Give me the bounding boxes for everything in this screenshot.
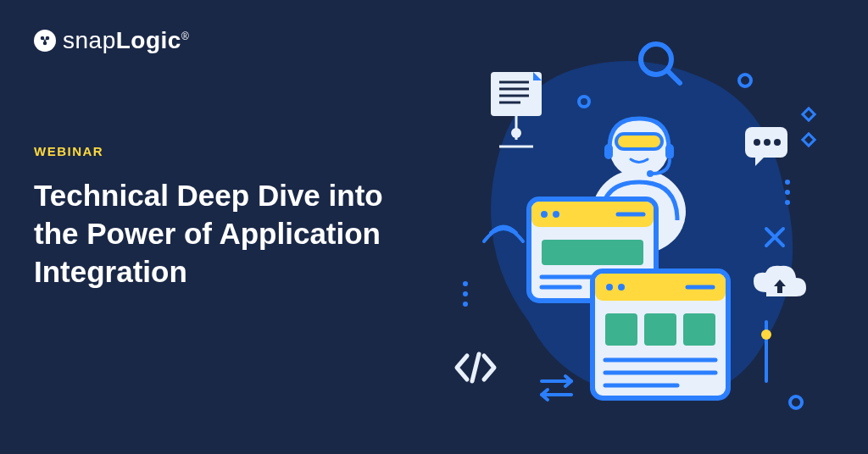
svg-point-25 [463,291,468,296]
svg-point-40 [541,211,548,218]
browser-window-icon [593,271,728,398]
svg-point-20 [785,190,790,195]
eyebrow-label: WEBINAR [34,144,390,158]
svg-rect-51 [605,313,637,346]
logo-text: snapLogic® [63,27,189,54]
svg-point-19 [785,180,790,185]
brand-logo: snapLogic® [34,27,189,54]
svg-rect-52 [644,313,676,346]
logo-registered: ® [181,30,189,42]
svg-point-13 [511,128,521,138]
svg-point-26 [463,302,468,307]
content-block: WEBINAR Technical Deep Dive into the Pow… [34,144,390,291]
svg-rect-6 [803,134,815,146]
logo-prefix: snap [63,27,116,53]
svg-point-31 [761,329,771,340]
svg-point-21 [785,200,790,205]
svg-rect-43 [542,240,643,265]
logo-icon [34,30,56,52]
svg-point-37 [647,170,654,177]
svg-rect-34 [616,134,662,149]
svg-point-49 [618,284,625,291]
svg-rect-35 [604,144,613,159]
logo-suffix: Logic [116,27,181,53]
svg-point-18 [774,139,781,146]
svg-rect-53 [683,313,715,346]
arrows-icon [542,376,571,400]
svg-point-24 [463,281,468,286]
svg-rect-5 [803,108,815,120]
svg-point-16 [754,139,760,146]
svg-line-27 [472,354,479,381]
svg-point-41 [553,211,559,218]
svg-point-48 [606,284,613,291]
diamond-icon [803,134,815,146]
svg-point-17 [764,139,771,146]
code-icon [457,354,494,381]
headline-text: Technical Deep Dive into the Power of Ap… [34,177,390,291]
svg-rect-36 [665,144,674,159]
dots-icon [785,180,790,205]
hero-illustration [410,17,851,440]
diamond-icon [803,108,815,120]
dot-icon [739,75,751,86]
dots-icon [463,281,468,307]
dot-icon [790,396,802,408]
